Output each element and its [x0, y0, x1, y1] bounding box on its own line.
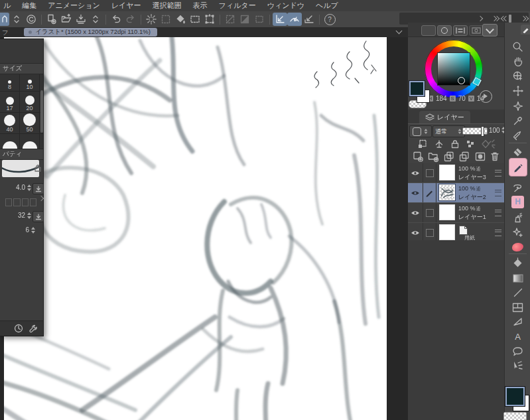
menu-animation[interactable]: アニメーション — [48, 1, 100, 11]
menu-edit[interactable]: 編集 — [22, 1, 36, 11]
figure-line-tool[interactable] — [505, 286, 530, 299]
row-menu-icon[interactable] — [495, 170, 501, 176]
help-button[interactable]: ? — [322, 13, 337, 26]
edit-target-checkbox[interactable] — [423, 163, 436, 182]
edit-target-checkbox[interactable] — [423, 203, 436, 222]
brush-size-stepper[interactable] — [27, 184, 32, 192]
brush-size-10[interactable]: 10 — [20, 74, 40, 91]
layer-thumbnail[interactable] — [439, 204, 455, 220]
row-menu-icon[interactable] — [495, 230, 501, 236]
menu-view[interactable]: 表示 — [193, 1, 208, 11]
eraser-tool[interactable] — [505, 145, 530, 159]
undo-button[interactable] — [109, 13, 123, 26]
toolbar-expander-icon[interactable] — [9, 13, 24, 26]
row-menu-icon[interactable] — [495, 210, 501, 216]
pen-tool[interactable] — [505, 129, 530, 142]
snap-to-special-ruler-button[interactable] — [287, 13, 302, 26]
canvas-tab[interactable]: イラスト* (1500 x 1200px 72dpi 110.1%) — [24, 28, 157, 36]
stabilization-value[interactable]: 6 — [9, 226, 29, 234]
new-layer-button[interactable] — [412, 151, 424, 163]
strip-handle[interactable] — [509, 15, 511, 23]
selection-half-button[interactable] — [237, 13, 252, 26]
ruler-icon[interactable] — [482, 139, 497, 149]
brush-size-source-button[interactable] — [33, 183, 44, 194]
lock-icon[interactable] — [34, 165, 41, 172]
hand-tool[interactable] — [505, 54, 530, 68]
brush-size-8[interactable]: 8 — [0, 74, 20, 91]
opacity-source-button[interactable] — [33, 211, 44, 222]
rotate-canvas-tool[interactable] — [505, 70, 530, 83]
transfer-to-lower-button[interactable] — [443, 151, 455, 163]
reference-layer-icon[interactable] — [434, 139, 444, 149]
menu-filter[interactable]: フィルター — [219, 1, 256, 11]
color-wheel-tab[interactable] — [421, 25, 436, 36]
overflow-next-icon[interactable] — [478, 16, 483, 21]
brush-size-17[interactable]: 17 — [0, 92, 20, 112]
overflow-last2-icon[interactable] — [522, 16, 527, 21]
color-set-tab[interactable] — [469, 25, 484, 36]
new-folder-button[interactable] — [427, 151, 439, 163]
pencil-tool-selected[interactable] — [505, 157, 530, 177]
brush-size-partial[interactable] — [20, 134, 40, 149]
visibility-eye-icon[interactable] — [408, 163, 423, 182]
snap-to-grid-button[interactable] — [302, 13, 316, 26]
opacity-slider[interactable] — [462, 127, 488, 135]
pressure-option-2[interactable] — [13, 198, 20, 206]
layer-opacity-value[interactable]: 100 — [489, 127, 500, 134]
h-value[interactable]: 184 — [436, 95, 447, 102]
save-expander-icon[interactable] — [88, 13, 103, 26]
menu-layer[interactable]: レイヤー — [111, 1, 141, 11]
brush-size-partial[interactable] — [0, 134, 20, 149]
overflow-first-icon[interactable] — [501, 16, 505, 21]
gradient-tool[interactable] — [505, 271, 530, 285]
visibility-eye-icon[interactable] — [408, 203, 423, 222]
s-value[interactable]: 70 — [458, 95, 466, 102]
visibility-eye-icon[interactable] — [408, 223, 423, 242]
palette-tab-fragment[interactable]: フ — [2, 29, 9, 37]
layer-row-3[interactable]: 100 %通 レイヤー3 — [408, 163, 504, 183]
menu-selection[interactable]: 選択範囲 — [153, 1, 182, 11]
layer-thumbnail[interactable] — [439, 184, 455, 200]
blend-color-tool[interactable] — [505, 240, 530, 253]
active-tool-button[interactable] — [0, 13, 9, 26]
balloon-tool[interactable] — [505, 344, 530, 358]
fill-tool[interactable] — [505, 256, 530, 269]
brush-size-20[interactable]: 20 — [20, 92, 40, 112]
lock-transparent-pixels-icon[interactable] — [465, 139, 476, 149]
text-tool[interactable]: A — [505, 330, 530, 343]
pressure-option-4[interactable] — [30, 198, 36, 206]
eyedropper-tool[interactable] — [505, 114, 530, 127]
pressure-more-icon[interactable] — [39, 200, 43, 205]
lasso-figure-tool[interactable] — [505, 180, 530, 194]
deselect-button[interactable] — [144, 13, 159, 26]
lock-layer-icon[interactable] — [450, 139, 460, 149]
fill-button[interactable] — [173, 13, 188, 26]
opacity-stepper[interactable] — [27, 212, 32, 220]
layer-row-1[interactable]: 100 %通 レイヤー1 — [408, 203, 504, 223]
history-icon[interactable] — [14, 324, 23, 333]
object-tool[interactable] — [505, 100, 530, 113]
correct-line-tool[interactable] — [505, 359, 530, 372]
color-circle-tab[interactable] — [437, 25, 452, 36]
brush-size-40[interactable]: 40 — [0, 113, 20, 133]
drawing-canvas[interactable] — [4, 37, 387, 420]
palette-color-combo[interactable] — [409, 125, 432, 137]
stabilization-stepper[interactable] — [31, 226, 36, 234]
layers-tab[interactable]: レイヤー — [419, 111, 470, 123]
polyline-tool[interactable] — [505, 315, 530, 328]
selection-border-off-button[interactable] — [223, 13, 237, 26]
menu-file-fragment[interactable]: ル — [3, 1, 11, 11]
menu-window[interactable]: ウィンドウ — [267, 1, 304, 11]
main-foreground-swatch[interactable] — [505, 387, 525, 406]
menu-help[interactable]: ヘルプ — [316, 1, 338, 11]
blend-mode-combo[interactable]: 通常 — [432, 125, 465, 137]
clip-to-layer-icon[interactable] — [417, 139, 428, 149]
paper-thumbnail[interactable] — [439, 224, 455, 240]
pressure-option-1[interactable] — [5, 198, 12, 206]
tab-list-chevron-icon[interactable] — [396, 30, 402, 34]
sv-selector-icon[interactable] — [458, 77, 465, 84]
select-rectangle-button[interactable] — [188, 13, 202, 26]
reselect-button[interactable] — [159, 13, 173, 26]
decoration-tool[interactable] — [505, 226, 530, 239]
brush-size-value[interactable]: 4.0 — [5, 184, 25, 191]
